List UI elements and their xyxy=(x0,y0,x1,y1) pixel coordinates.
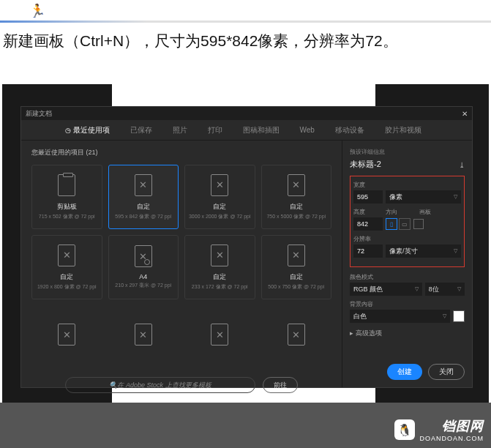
preset-dim: 3000 x 2000 像素 @ 72 ppi xyxy=(189,213,251,220)
category-tabs: 最近使用项已保存照片打印图稿和插图Web移动设备胶片和视频 xyxy=(21,120,472,141)
workspace: 新建文档 ✕ 最近使用项已保存照片打印图稿和插图Web移动设备胶片和视频 您最近… xyxy=(2,84,489,403)
preset-icon: ✕ xyxy=(135,245,152,267)
tab-7[interactable]: 胶片和视频 xyxy=(385,121,421,140)
watermark: 🐧 铛图网 DOANDOAN.COM xyxy=(394,417,484,442)
background-swatch[interactable] xyxy=(453,310,465,322)
bit-depth-select[interactable]: 8位▽ xyxy=(425,283,465,296)
color-mode-select[interactable]: RGB 颜色▽ xyxy=(350,283,422,296)
preset-name: A4 xyxy=(139,273,147,280)
preset-name: 自定 xyxy=(290,202,303,212)
preset-icon: ✕ xyxy=(288,174,305,196)
tab-5[interactable]: Web xyxy=(300,122,315,138)
watermark-icon: 🐧 xyxy=(394,419,415,440)
height-input[interactable] xyxy=(353,217,383,231)
document-name[interactable]: 未标题-2 xyxy=(350,159,381,170)
preset-dim: 715 x 502 像素 @ 72 ppi xyxy=(39,213,95,220)
background-select[interactable]: 白色▽ xyxy=(350,310,450,323)
width-input[interactable] xyxy=(353,190,383,204)
resolution-label: 分辨率 xyxy=(353,235,461,243)
tab-6[interactable]: 移动设备 xyxy=(335,121,364,140)
width-label: 宽度 xyxy=(353,181,461,189)
preset-2[interactable]: ✕自定3000 x 2000 像素 @ 72 ppi xyxy=(184,165,255,229)
preset-9[interactable]: ✕ xyxy=(108,305,179,370)
preset-1[interactable]: ✕自定595 x 842 像素 @ 72 ppi xyxy=(108,165,179,229)
tab-2[interactable]: 照片 xyxy=(173,121,187,140)
preset-dim: 1920 x 800 像素 @ 72 ppi xyxy=(37,283,97,291)
background-label: 背景内容 xyxy=(350,300,465,308)
preset-name: 自定 xyxy=(213,272,226,282)
create-button[interactable]: 创建 xyxy=(387,364,422,380)
preset-icon: ✕ xyxy=(288,324,305,346)
preset-name: 自定 xyxy=(137,202,150,212)
resolution-input[interactable] xyxy=(353,244,383,258)
preset-10[interactable]: ✕ xyxy=(184,305,255,370)
preset-icon: ✕ xyxy=(211,174,228,196)
artboard-checkbox[interactable] xyxy=(413,219,424,229)
preset-name: 自定 xyxy=(213,202,226,212)
preset-3[interactable]: ✕自定750 x 5000 像素 @ 72 ppi xyxy=(261,165,332,229)
watermark-cn: 铛图网 xyxy=(442,417,484,435)
preset-grid: 剪贴板715 x 502 像素 @ 72 ppi✕自定595 x 842 像素 … xyxy=(31,165,331,370)
preset-dim: 500 x 750 像素 @ 72 ppi xyxy=(268,283,324,291)
tab-3[interactable]: 打印 xyxy=(208,121,222,140)
preset-4[interactable]: ✕自定1920 x 800 像素 @ 72 ppi xyxy=(31,235,102,299)
close-button[interactable]: 关闭 xyxy=(428,364,465,380)
presets-panel: 您最近使用的项目 (21) 剪贴板715 x 502 像素 @ 72 ppi✕自… xyxy=(21,141,342,387)
highlighted-settings: 宽度 像素▽ 高度 方向 画板 ▯ ▭ xyxy=(350,176,465,267)
save-preset-icon[interactable]: ⤓ xyxy=(459,161,465,169)
width-unit-select[interactable]: 像素▽ xyxy=(386,190,461,204)
orientation-landscape[interactable]: ▭ xyxy=(399,218,411,230)
watermark-en: DOANDOAN.COM xyxy=(419,435,484,442)
artboard-label: 画板 xyxy=(419,208,431,216)
preset-dim: 233 x 172 像素 @ 72 ppi xyxy=(192,283,248,291)
orientation-portrait[interactable]: ▯ xyxy=(386,218,397,230)
details-header: 预设详细信息 xyxy=(350,148,465,156)
preset-6[interactable]: ✕自定233 x 172 像素 @ 72 ppi xyxy=(184,235,255,299)
preset-0[interactable]: 剪贴板715 x 502 像素 @ 72 ppi xyxy=(31,165,102,229)
details-panel: 预设详细信息 未标题-2 ⤓ 宽度 像素▽ 高度 方向 画板 xyxy=(342,141,472,387)
tab-1[interactable]: 已保存 xyxy=(130,121,152,140)
advanced-options-toggle[interactable]: ▸ 高级选项 xyxy=(350,329,465,338)
tab-4[interactable]: 图稿和插图 xyxy=(243,121,280,140)
preset-icon: ✕ xyxy=(211,324,228,346)
preset-dim: 210 x 297 毫米 @ 72 ppi xyxy=(115,282,171,289)
preset-8[interactable]: ✕ xyxy=(31,305,102,370)
preset-name: 自定 xyxy=(290,272,303,282)
stock-search-input[interactable]: 🔍 在 Adobe Stock 上查找更多模板 xyxy=(65,377,255,393)
instruction-text: 新建画板（Ctrl+N），尺寸为595*842像素，分辨率为72。 xyxy=(3,29,488,53)
orientation-label: 方向 xyxy=(386,208,416,216)
preset-icon: ✕ xyxy=(58,244,75,266)
tab-0[interactable]: 最近使用项 xyxy=(65,121,110,140)
preset-dim: 595 x 842 像素 @ 72 ppi xyxy=(115,213,171,220)
color-mode-label: 颜色模式 xyxy=(350,273,465,281)
close-icon[interactable]: ✕ xyxy=(462,110,468,118)
preset-11[interactable]: ✕ xyxy=(261,305,332,370)
preset-icon: ✕ xyxy=(135,174,152,196)
preset-icon: ✕ xyxy=(58,324,75,346)
preset-icon xyxy=(58,174,75,196)
height-label: 高度 xyxy=(353,208,383,216)
recent-label: 您最近使用的项目 (21) xyxy=(31,148,331,157)
preset-icon: ✕ xyxy=(135,324,152,346)
preset-5[interactable]: ✕A4210 x 297 毫米 @ 72 ppi xyxy=(108,235,179,299)
preset-icon: ✕ xyxy=(288,244,305,266)
preset-7[interactable]: ✕自定500 x 750 像素 @ 72 ppi xyxy=(261,235,332,299)
preset-name: 自定 xyxy=(60,272,73,282)
preset-dim: 750 x 5000 像素 @ 72 ppi xyxy=(266,213,326,220)
new-document-dialog: 新建文档 ✕ 最近使用项已保存照片打印图稿和插图Web移动设备胶片和视频 您最近… xyxy=(20,106,473,388)
preset-icon: ✕ xyxy=(211,244,228,266)
go-button[interactable]: 前往 xyxy=(263,377,298,393)
dialog-title: 新建文档 xyxy=(26,109,52,119)
resolution-unit-select[interactable]: 像素/英寸▽ xyxy=(386,244,461,258)
divider xyxy=(0,20,491,23)
dialog-titlebar: 新建文档 ✕ xyxy=(21,107,472,120)
runner-icon: 🏃 xyxy=(29,3,45,19)
preset-name: 剪贴板 xyxy=(57,202,77,212)
